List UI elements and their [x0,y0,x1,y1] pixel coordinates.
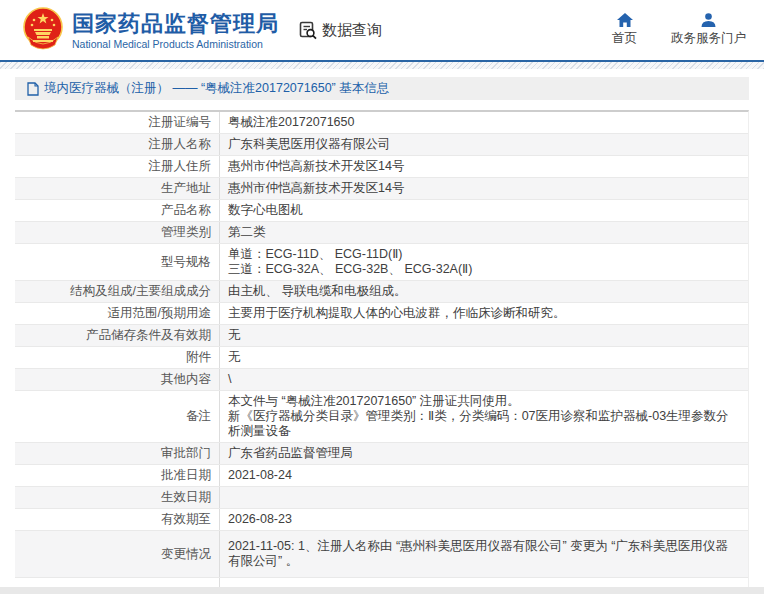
nav-portal-label: 政务服务门户 [671,30,746,47]
row-label: 管理类别 [15,222,220,243]
row-value: 2021-11-05: 1、注册人名称由 “惠州科美思医用仪器有限公司” 变更为… [220,531,748,577]
row-label: 变更情况 [15,531,220,577]
row-label: 生效日期 [15,487,220,508]
breadcrumb: 境内医疗器械（注册） —— “粤械注准20172071650” 基本信息 [15,77,749,100]
row-value: 单道：ECG-11D、 ECG-11D(Ⅱ) 三道：ECG-32A、 ECG-3… [220,244,748,280]
nav-home-label: 首页 [612,30,637,47]
row-value: 2021-08-24 [220,465,748,486]
table-row: 变更情况 2021-11-05: 1、注册人名称由 “惠州科美思医用仪器有限公司… [15,531,748,578]
nav-data-query[interactable]: 数据查询 [299,21,382,40]
document-icon [27,82,39,96]
person-icon [701,13,716,27]
row-label: 结构及组成/主要组成成分 [15,281,220,302]
row-label: 产品储存条件及有效期 [15,325,220,346]
header-right-nav: 首页 政务服务门户 [612,13,764,47]
table-row: 产品储存条件及有效期 无 [15,325,748,347]
nav-home[interactable]: 首页 [612,13,637,47]
table-row: 管理类别 第二类 [15,222,748,244]
row-value: 主要用于医疗机构提取人体的心电波群，作临床诊断和研究。 [220,303,748,324]
row-label: 批准日期 [15,465,220,486]
national-emblem-icon [22,7,64,53]
row-value: 本文件与 “粤械注准20172071650” 注册证共同使用。 新《医疗器械分类… [220,391,748,442]
site-header: 国家药品监督管理局 National Medical Products Admi… [0,0,764,62]
nav-portal[interactable]: 政务服务门户 [671,13,746,47]
table-row: 注册证编号 粤械注准20172071650 [15,112,748,134]
table-row: 结构及组成/主要组成成分 由主机、 导联电缆和电极组成。 [15,281,748,303]
row-label: 审批部门 [15,443,220,464]
row-value: 无 [220,347,748,368]
hatch-divider [0,62,764,69]
row-label: 注册人名称 [15,134,220,155]
row-label: 有效期至 [15,509,220,530]
table-row: 批准日期 2021-08-24 [15,465,748,487]
breadcrumb-text: 境内医疗器械（注册） —— “粤械注准20172071650” 基本信息 [44,80,389,97]
table-row: 型号规格 单道：ECG-11D、 ECG-11D(Ⅱ) 三道：ECG-32A、 … [15,244,748,281]
row-label: 备注 [15,391,220,442]
row-value: 第二类 [220,222,748,243]
row-value: 由主机、 导联电缆和电极组成。 [220,281,748,302]
table-row: 备注 本文件与 “粤械注准20172071650” 注册证共同使用。 新《医疗器… [15,391,748,443]
row-label: 型号规格 [15,244,220,280]
row-label: 产品名称 [15,200,220,221]
row-value: \ [220,369,748,390]
row-value: 无 [220,325,748,346]
row-label: 附件 [15,347,220,368]
table-row: 注册人名称 广东科美思医用仪器有限公司 [15,134,748,156]
home-icon [617,13,633,27]
row-value: 惠州市仲恺高新技术开发区14号 [220,156,748,177]
table-row: 适用范围/预期用途 主要用于医疗机构提取人体的心电波群，作临床诊断和研究。 [15,303,748,325]
row-label: 注册人住所 [15,156,220,177]
registration-info-table: 注册证编号 粤械注准20172071650 注册人名称 广东科美思医用仪器有限公… [15,110,749,594]
site-subtitle: National Medical Products Administration [72,38,279,50]
table-row: 注册人住所 惠州市仲恺高新技术开发区14号 [15,156,748,178]
footer-strip [0,587,764,594]
row-value: 粤械注准20172071650 [220,112,748,133]
site-title: 国家药品监督管理局 [72,11,279,37]
table-row: 产品名称 数字心电图机 [15,200,748,222]
nav-data-query-label: 数据查询 [322,21,382,40]
row-value: 数字心电图机 [220,200,748,221]
table-row: 审批部门 广东省药品监督管理局 [15,443,748,465]
row-label: 生产地址 [15,178,220,199]
page: 国家药品监督管理局 National Medical Products Admi… [0,0,764,594]
nmpa-logo[interactable]: 国家药品监督管理局 National Medical Products Admi… [22,7,279,53]
row-value: 2026-08-23 [220,509,748,530]
row-value [220,495,748,501]
row-value: 广东科美思医用仪器有限公司 [220,134,748,155]
table-row: 生效日期 [15,487,748,509]
table-row: 有效期至 2026-08-23 [15,509,748,531]
row-label: 其他内容 [15,369,220,390]
row-label: 适用范围/预期用途 [15,303,220,324]
table-row: 生产地址 惠州市仲恺高新技术开发区14号 [15,178,748,200]
data-query-icon [299,21,318,40]
table-row: 附件 无 [15,347,748,369]
row-value: 惠州市仲恺高新技术开发区14号 [220,178,748,199]
row-label: 注册证编号 [15,112,220,133]
table-row: 其他内容 \ [15,369,748,391]
row-value: 广东省药品监督管理局 [220,443,748,464]
